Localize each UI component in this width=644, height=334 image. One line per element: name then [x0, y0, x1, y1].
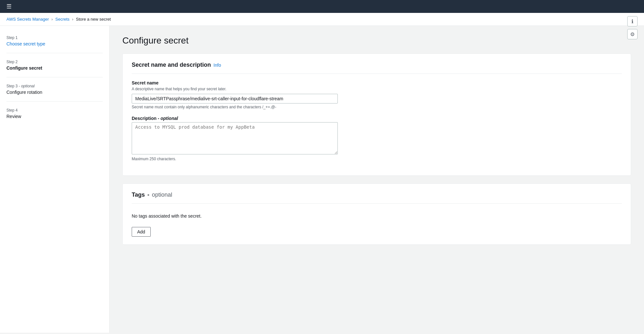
page-title: Configure secret — [122, 35, 631, 46]
section-tags-header: Tags - optional — [132, 192, 622, 204]
sidebar: Step 1 Choose secret type Step 2 Configu… — [0, 26, 109, 333]
step-1-name[interactable]: Choose secret type — [6, 41, 103, 46]
step-1-item: Step 1 Choose secret type — [6, 35, 103, 46]
step-4-item: Step 4 Review — [6, 108, 103, 119]
breadcrumb-separator-2: › — [72, 17, 73, 22]
step-2-item: Step 2 Configure secret — [6, 60, 103, 71]
top-nav: ☰ — [0, 0, 644, 13]
content-area: Configure secret Secret name and descrip… — [109, 26, 644, 333]
settings-icon: ⚙ — [630, 31, 635, 37]
info-icon: ℹ — [631, 18, 633, 25]
description-field-group: Description - optional Maximum 250 chara… — [132, 116, 622, 161]
step-3-label: Step 3 - optional — [6, 84, 103, 88]
info-icon-button[interactable]: ℹ — [627, 16, 638, 26]
section-tags-title: Tags — [132, 192, 145, 198]
hamburger-icon[interactable]: ☰ — [6, 3, 12, 10]
section-name-description-header: Secret name and description Info — [132, 62, 622, 74]
step-3-name: Configure rotation — [6, 90, 103, 95]
section-name-description-title: Secret name and description — [132, 62, 211, 68]
step-2-name: Configure secret — [6, 65, 103, 71]
secret-name-hint: A descriptive name that helps you find y… — [132, 87, 622, 91]
breadcrumb-separator-1: › — [52, 17, 53, 22]
right-icons: ℹ ⚙ — [627, 16, 638, 39]
name-description-section: Secret name and description Info Secret … — [122, 54, 631, 176]
step-2-label: Step 2 — [6, 60, 103, 64]
description-max-chars: Maximum 250 characters. — [132, 157, 622, 161]
tags-dash: - — [147, 192, 149, 198]
step-1-link[interactable]: Choose secret type — [6, 41, 45, 46]
breadcrumb-link-secrets[interactable]: Secrets — [55, 17, 70, 22]
secret-name-input[interactable] — [132, 94, 338, 103]
step-3-item: Step 3 - optional Configure rotation — [6, 84, 103, 95]
step-1-divider — [6, 53, 103, 53]
description-textarea[interactable] — [132, 122, 338, 154]
description-label: Description - optional — [132, 116, 622, 121]
secret-name-field-group: Secret name A descriptive name that help… — [132, 80, 622, 109]
step-2-divider — [6, 77, 103, 77]
tags-empty-message: No tags associated with the secret. — [132, 210, 622, 222]
main-layout: Step 1 Choose secret type Step 2 Configu… — [0, 26, 644, 333]
step-4-name: Review — [6, 114, 103, 119]
add-tag-button[interactable]: Add — [132, 227, 151, 237]
settings-icon-button[interactable]: ⚙ — [627, 29, 638, 39]
description-optional-label: optional — [160, 116, 178, 121]
tags-optional-label: optional — [152, 192, 172, 198]
breadcrumb-link-secrets-manager[interactable]: AWS Secrets Manager — [6, 17, 49, 22]
step-4-label: Step 4 — [6, 108, 103, 113]
tags-section: Tags - optional No tags associated with … — [122, 183, 631, 245]
secret-name-label: Secret name — [132, 80, 622, 85]
breadcrumb: AWS Secrets Manager › Secrets › Store a … — [0, 13, 644, 26]
step-3-divider — [6, 101, 103, 102]
secret-name-constraint: Secret name must contain only alphanumer… — [132, 105, 622, 109]
step-3-optional-label: optional — [21, 84, 34, 88]
info-link[interactable]: Info — [213, 63, 221, 68]
step-1-label: Step 1 — [6, 35, 103, 40]
breadcrumb-current: Store a new secret — [76, 17, 111, 22]
